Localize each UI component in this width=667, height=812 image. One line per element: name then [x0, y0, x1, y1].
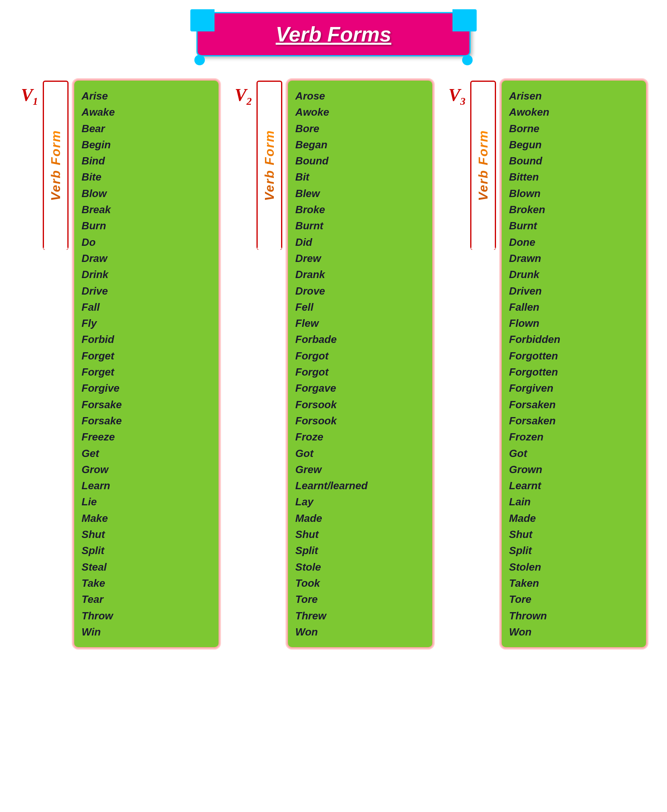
list-item: Forsaken — [509, 413, 637, 429]
list-item: Fallen — [509, 299, 637, 315]
list-item: Threw — [295, 608, 423, 624]
list-item: Drunk — [509, 266, 637, 282]
v3-label: V3 — [448, 85, 465, 108]
list-item: Awoke — [295, 104, 423, 120]
list-item: Forbidden — [509, 331, 637, 347]
v2-verb-list: AroseAwokeBoreBeganBoundBitBlewBrokeBurn… — [288, 81, 432, 647]
banner-left-curl — [194, 55, 205, 65]
list-item: Got — [509, 445, 637, 461]
list-item: Take — [81, 575, 210, 591]
list-item: Forbade — [295, 331, 423, 347]
v3-bookmark-text: Verb Form — [476, 130, 491, 201]
list-item: Blow — [81, 185, 210, 201]
list-item: Learnt/learned — [295, 478, 423, 494]
list-item: Drive — [81, 283, 210, 299]
list-item: Drawn — [509, 250, 637, 266]
list-item: Split — [509, 542, 637, 559]
column-v1: V1 Verb Form AriseAwakeBearBeginBindBite… — [21, 81, 219, 647]
v1-bookmark-text: Verb Form — [48, 130, 63, 201]
list-item: Forsaken — [509, 397, 637, 413]
list-item: Fall — [81, 299, 210, 315]
list-item: Bear — [81, 120, 210, 137]
list-item: Forget — [81, 364, 210, 380]
list-item: Forsake — [81, 397, 210, 413]
column-v3: V3 Verb Form ArisenAwokenBorneBegunBound… — [448, 81, 646, 647]
list-item: Taken — [509, 575, 637, 591]
list-item: Drink — [81, 266, 210, 282]
list-item: Awoken — [509, 104, 637, 120]
list-item: Broke — [295, 201, 423, 218]
list-item: Shut — [509, 526, 637, 542]
list-item: Grown — [509, 461, 637, 478]
column-v2: V2 Verb Form AroseAwokeBoreBeganBoundBit… — [235, 81, 432, 647]
list-item: Arisen — [509, 88, 637, 104]
page-title: Verb Forms — [275, 23, 391, 46]
v3-label-container: V3 — [448, 85, 465, 108]
list-item: Fell — [295, 299, 423, 315]
list-item: Frozen — [509, 429, 637, 445]
list-item: Begun — [509, 137, 637, 153]
list-item: Flew — [295, 315, 423, 331]
list-item: Bit — [295, 169, 423, 185]
list-item: Burnt — [295, 218, 423, 234]
list-item: Grew — [295, 461, 423, 478]
list-item: Shut — [295, 526, 423, 542]
v1-label: V1 — [21, 85, 38, 108]
v2-label: V2 — [235, 85, 252, 108]
list-item: Forgave — [295, 380, 423, 396]
list-item: Borne — [509, 120, 637, 137]
list-item: Thrown — [509, 608, 637, 624]
list-item: Tore — [509, 591, 637, 607]
list-item: Won — [509, 624, 637, 640]
list-item: Lay — [295, 494, 423, 510]
list-item: Done — [509, 234, 637, 250]
list-item: Split — [81, 542, 210, 559]
list-item: Grow — [81, 461, 210, 478]
list-item: Lie — [81, 494, 210, 510]
list-item: Learn — [81, 478, 210, 494]
list-item: Arose — [295, 88, 423, 104]
list-item: Forgotten — [509, 364, 637, 380]
list-item: Took — [295, 575, 423, 591]
v1-label-container: V1 — [21, 85, 38, 108]
list-item: Burn — [81, 218, 210, 234]
list-item: Won — [295, 624, 423, 640]
list-item: Bound — [509, 153, 637, 169]
list-item: Steal — [81, 559, 210, 575]
list-item: Shut — [81, 526, 210, 542]
list-item: Break — [81, 201, 210, 218]
list-item: Forbid — [81, 331, 210, 347]
list-item: Begin — [81, 137, 210, 153]
list-item: Forgot — [295, 348, 423, 364]
list-item: Broken — [509, 201, 637, 218]
list-item: Began — [295, 137, 423, 153]
list-item: Forsook — [295, 413, 423, 429]
list-item: Froze — [295, 429, 423, 445]
list-item: Learnt — [509, 478, 637, 494]
v1-bookmark: Verb Form — [43, 81, 69, 250]
list-item: Flown — [509, 315, 637, 331]
list-item: Drank — [295, 266, 423, 282]
list-item: Bound — [295, 153, 423, 169]
list-item: Forget — [81, 348, 210, 364]
columns-wrapper: V1 Verb Form AriseAwakeBearBeginBindBite… — [21, 81, 646, 647]
list-item: Burnt — [509, 218, 637, 234]
list-item: Did — [295, 234, 423, 250]
v2-bookmark-text: Verb Form — [262, 130, 277, 201]
list-item: Forgot — [295, 364, 423, 380]
list-item: Win — [81, 624, 210, 640]
list-item: Bite — [81, 169, 210, 185]
v2-label-container: V2 — [235, 85, 252, 108]
list-item: Make — [81, 510, 210, 526]
banner-right-curl — [462, 55, 473, 65]
list-item: Get — [81, 445, 210, 461]
list-item: Tear — [81, 591, 210, 607]
title-banner: Verb Forms — [196, 12, 471, 56]
list-item: Blew — [295, 185, 423, 201]
list-item: Drove — [295, 283, 423, 299]
list-item: Driven — [509, 283, 637, 299]
list-item: Fly — [81, 315, 210, 331]
v1-verb-list: AriseAwakeBearBeginBindBiteBlowBreakBurn… — [74, 81, 219, 647]
list-item: Made — [295, 510, 423, 526]
list-item: Stole — [295, 559, 423, 575]
